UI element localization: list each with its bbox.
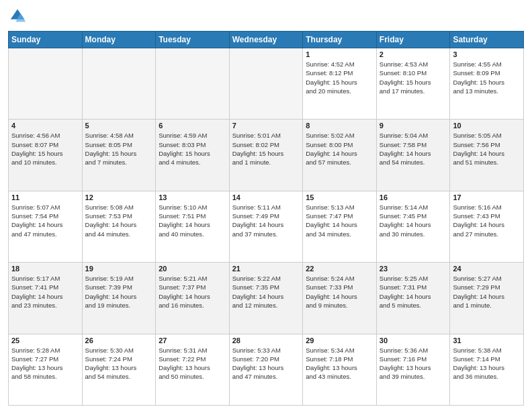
calendar-cell: 20Sunrise: 5:21 AM Sunset: 7:37 PM Dayli… <box>156 263 230 334</box>
logo-icon <box>8 7 27 26</box>
day-number: 21 <box>232 265 300 273</box>
calendar-header-thursday: Thursday <box>303 32 377 48</box>
day-number: 10 <box>453 122 521 130</box>
day-info: Sunrise: 5:17 AM Sunset: 7:41 PM Dayligh… <box>11 274 79 310</box>
calendar-cell <box>9 48 83 120</box>
day-info: Sunrise: 5:27 AM Sunset: 7:29 PM Dayligh… <box>453 274 521 310</box>
calendar-header-friday: Friday <box>376 32 450 48</box>
day-number: 1 <box>306 50 373 58</box>
calendar-cell: 22Sunrise: 5:24 AM Sunset: 7:33 PM Dayli… <box>303 263 377 334</box>
day-info: Sunrise: 5:34 AM Sunset: 7:18 PM Dayligh… <box>306 346 373 381</box>
day-info: Sunrise: 5:08 AM Sunset: 7:53 PM Dayligh… <box>85 203 153 238</box>
calendar-cell: 16Sunrise: 5:14 AM Sunset: 7:45 PM Dayli… <box>376 191 450 262</box>
day-number: 9 <box>380 122 447 130</box>
calendar-cell: 10Sunrise: 5:05 AM Sunset: 7:56 PM Dayli… <box>450 120 524 191</box>
day-number: 15 <box>306 193 373 201</box>
page: SundayMondayTuesdayWednesdayThursdayFrid… <box>0 0 532 411</box>
calendar-cell: 3Sunrise: 4:55 AM Sunset: 8:09 PM Daylig… <box>450 48 524 120</box>
day-number: 20 <box>159 265 226 273</box>
calendar-cell: 24Sunrise: 5:27 AM Sunset: 7:29 PM Dayli… <box>450 263 524 334</box>
calendar-header-monday: Monday <box>82 32 156 48</box>
logo <box>8 7 30 26</box>
day-number: 7 <box>232 122 300 130</box>
calendar-cell: 26Sunrise: 5:30 AM Sunset: 7:24 PM Dayli… <box>82 334 156 405</box>
calendar-table: SundayMondayTuesdayWednesdayThursdayFrid… <box>8 31 524 406</box>
day-number: 26 <box>85 336 153 345</box>
day-info: Sunrise: 5:36 AM Sunset: 7:16 PM Dayligh… <box>380 346 447 381</box>
calendar-cell: 15Sunrise: 5:13 AM Sunset: 7:47 PM Dayli… <box>303 191 377 262</box>
header <box>8 7 524 26</box>
calendar-cell: 8Sunrise: 5:02 AM Sunset: 8:00 PM Daylig… <box>303 120 377 191</box>
day-info: Sunrise: 4:58 AM Sunset: 8:05 PM Dayligh… <box>85 131 153 167</box>
day-info: Sunrise: 5:02 AM Sunset: 8:00 PM Dayligh… <box>306 131 373 167</box>
calendar-cell: 31Sunrise: 5:38 AM Sunset: 7:14 PM Dayli… <box>450 334 524 405</box>
calendar-cell: 2Sunrise: 4:53 AM Sunset: 8:10 PM Daylig… <box>376 48 450 120</box>
calendar-cell: 5Sunrise: 4:58 AM Sunset: 8:05 PM Daylig… <box>82 120 156 191</box>
day-info: Sunrise: 4:53 AM Sunset: 8:10 PM Dayligh… <box>380 60 447 95</box>
day-number: 12 <box>85 193 153 201</box>
day-info: Sunrise: 5:05 AM Sunset: 7:56 PM Dayligh… <box>453 131 521 167</box>
calendar-cell: 14Sunrise: 5:11 AM Sunset: 7:49 PM Dayli… <box>229 191 303 262</box>
calendar-cell: 13Sunrise: 5:10 AM Sunset: 7:51 PM Dayli… <box>156 191 230 262</box>
calendar-week-5: 25Sunrise: 5:28 AM Sunset: 7:27 PM Dayli… <box>9 334 524 405</box>
calendar-cell <box>229 48 303 120</box>
day-number: 25 <box>11 336 79 345</box>
day-info: Sunrise: 5:33 AM Sunset: 7:20 PM Dayligh… <box>232 346 300 381</box>
day-info: Sunrise: 5:25 AM Sunset: 7:31 PM Dayligh… <box>380 274 447 310</box>
calendar-cell <box>82 48 156 120</box>
calendar-week-3: 11Sunrise: 5:07 AM Sunset: 7:54 PM Dayli… <box>9 191 524 262</box>
day-info: Sunrise: 4:59 AM Sunset: 8:03 PM Dayligh… <box>159 131 226 167</box>
calendar-cell: 28Sunrise: 5:33 AM Sunset: 7:20 PM Dayli… <box>229 334 303 405</box>
day-info: Sunrise: 5:19 AM Sunset: 7:39 PM Dayligh… <box>85 274 153 310</box>
day-info: Sunrise: 5:28 AM Sunset: 7:27 PM Dayligh… <box>11 346 79 381</box>
day-number: 8 <box>306 122 373 130</box>
calendar-week-4: 18Sunrise: 5:17 AM Sunset: 7:41 PM Dayli… <box>9 263 524 334</box>
calendar-week-1: 1Sunrise: 4:52 AM Sunset: 8:12 PM Daylig… <box>9 48 524 120</box>
day-info: Sunrise: 4:56 AM Sunset: 8:07 PM Dayligh… <box>11 131 79 167</box>
calendar-cell: 30Sunrise: 5:36 AM Sunset: 7:16 PM Dayli… <box>376 334 450 405</box>
calendar-cell: 17Sunrise: 5:16 AM Sunset: 7:43 PM Dayli… <box>450 191 524 262</box>
day-info: Sunrise: 5:04 AM Sunset: 7:58 PM Dayligh… <box>380 131 447 167</box>
calendar-header-saturday: Saturday <box>450 32 524 48</box>
calendar-cell: 29Sunrise: 5:34 AM Sunset: 7:18 PM Dayli… <box>303 334 377 405</box>
day-number: 3 <box>453 50 521 58</box>
day-info: Sunrise: 5:10 AM Sunset: 7:51 PM Dayligh… <box>159 203 226 238</box>
day-info: Sunrise: 5:01 AM Sunset: 8:02 PM Dayligh… <box>232 131 300 167</box>
day-number: 17 <box>453 193 521 201</box>
calendar-header-wednesday: Wednesday <box>229 32 303 48</box>
calendar-cell: 9Sunrise: 5:04 AM Sunset: 7:58 PM Daylig… <box>376 120 450 191</box>
day-info: Sunrise: 5:13 AM Sunset: 7:47 PM Dayligh… <box>306 203 373 238</box>
day-info: Sunrise: 5:30 AM Sunset: 7:24 PM Dayligh… <box>85 346 153 381</box>
day-info: Sunrise: 4:52 AM Sunset: 8:12 PM Dayligh… <box>306 60 373 95</box>
day-number: 6 <box>159 122 226 130</box>
day-number: 22 <box>306 265 373 273</box>
day-number: 24 <box>453 265 521 273</box>
day-number: 16 <box>380 193 447 201</box>
calendar-cell: 4Sunrise: 4:56 AM Sunset: 8:07 PM Daylig… <box>9 120 83 191</box>
day-number: 19 <box>85 265 153 273</box>
calendar-cell: 27Sunrise: 5:31 AM Sunset: 7:22 PM Dayli… <box>156 334 230 405</box>
day-number: 31 <box>453 336 521 345</box>
day-number: 29 <box>306 336 373 345</box>
calendar-cell: 7Sunrise: 5:01 AM Sunset: 8:02 PM Daylig… <box>229 120 303 191</box>
day-info: Sunrise: 5:07 AM Sunset: 7:54 PM Dayligh… <box>11 203 79 238</box>
calendar-header-row: SundayMondayTuesdayWednesdayThursdayFrid… <box>9 32 524 48</box>
day-number: 18 <box>11 265 79 273</box>
day-info: Sunrise: 5:38 AM Sunset: 7:14 PM Dayligh… <box>453 346 521 381</box>
day-number: 11 <box>11 193 79 201</box>
day-number: 5 <box>85 122 153 130</box>
day-info: Sunrise: 5:21 AM Sunset: 7:37 PM Dayligh… <box>159 274 226 310</box>
day-number: 2 <box>380 50 447 58</box>
day-info: Sunrise: 5:24 AM Sunset: 7:33 PM Dayligh… <box>306 274 373 310</box>
day-number: 14 <box>232 193 300 201</box>
day-number: 13 <box>159 193 226 201</box>
day-number: 28 <box>232 336 300 345</box>
calendar-cell: 21Sunrise: 5:22 AM Sunset: 7:35 PM Dayli… <box>229 263 303 334</box>
day-info: Sunrise: 5:31 AM Sunset: 7:22 PM Dayligh… <box>159 346 226 381</box>
day-info: Sunrise: 5:22 AM Sunset: 7:35 PM Dayligh… <box>232 274 300 310</box>
day-number: 27 <box>159 336 226 345</box>
day-info: Sunrise: 5:16 AM Sunset: 7:43 PM Dayligh… <box>453 203 521 238</box>
calendar-cell: 11Sunrise: 5:07 AM Sunset: 7:54 PM Dayli… <box>9 191 83 262</box>
calendar-cell: 19Sunrise: 5:19 AM Sunset: 7:39 PM Dayli… <box>82 263 156 334</box>
calendar-cell: 12Sunrise: 5:08 AM Sunset: 7:53 PM Dayli… <box>82 191 156 262</box>
